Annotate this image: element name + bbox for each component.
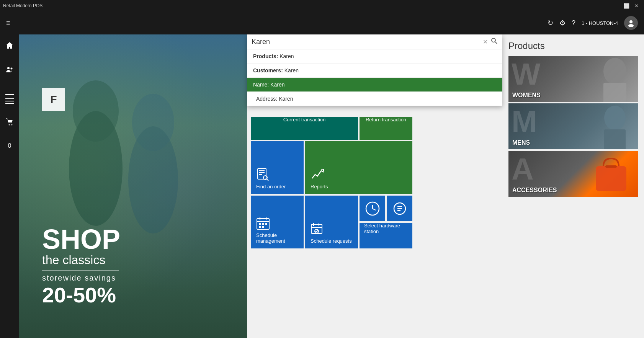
svg-rect-28 [262, 223, 264, 225]
hw-bottom-row: Select hardware station [360, 223, 412, 248]
find-order-label: Find an order [256, 184, 286, 189]
hw-tile-list[interactable] [387, 196, 412, 221]
store-label: 1 - HOUSTON-4 [582, 20, 618, 26]
svg-line-39 [373, 209, 376, 210]
help-icon[interactable]: ? [572, 19, 575, 27]
app-container: ≡ ↻ ⚙ ? 1 - HOUSTON-4 [0, 11, 644, 338]
product-card-womens[interactable]: W WOMENS [508, 56, 638, 102]
current-transaction-label: Current transaction [283, 117, 326, 122]
settings-icon[interactable]: ⚙ [559, 19, 566, 27]
select-hardware-station-label: Select hardware station [364, 223, 408, 234]
transaction-row: Current transaction Return transaction [251, 117, 502, 140]
svg-rect-8 [5, 103, 14, 104]
main-tiles-row: Find an order Reports [251, 141, 502, 194]
svg-point-2 [7, 67, 10, 69]
window-controls: − ⬜ ✕ [612, 1, 641, 10]
hw-tile-clock[interactable] [360, 196, 385, 221]
bottom-tiles-row: Schedule management Schedule requests [251, 196, 502, 248]
main-content: ✕ Products: Karen Customers: Karen Name:… [247, 34, 502, 338]
svg-point-9 [9, 124, 10, 126]
accessories-label: ACCESSORIES [512, 187, 557, 194]
content-area: 0 F SHOP th [0, 34, 644, 338]
search-suggestions: Products: Karen Customers: Karen Name: K… [247, 49, 502, 106]
svg-point-10 [11, 124, 13, 126]
svg-rect-4 [5, 94, 14, 95]
product-card-mens[interactable]: M MENS [508, 103, 638, 149]
current-transaction-tile[interactable]: Current transaction [251, 117, 358, 140]
hero-percent-text: 20-50% [42, 282, 120, 307]
sidebar-item-customers[interactable] [2, 62, 17, 79]
top-bar-right: ↻ ⚙ ? 1 - HOUSTON-4 [548, 16, 638, 30]
accessories-letter: A [512, 154, 534, 185]
womens-letter: W [512, 59, 541, 90]
svg-point-44 [603, 58, 626, 85]
select-hardware-station-tile[interactable]: Select hardware station [360, 223, 412, 248]
sidebar-item-zero: 0 [5, 139, 15, 153]
svg-rect-31 [262, 226, 264, 228]
reports-label: Reports [311, 184, 328, 189]
hardware-station-group: Select hardware station [360, 196, 412, 248]
svg-rect-6 [5, 98, 14, 99]
suggestion-name-karen[interactable]: Name: Karen [247, 78, 502, 92]
find-order-tile[interactable]: Find an order [251, 141, 304, 194]
top-bar: ≡ ↻ ⚙ ? 1 - HOUSTON-4 [0, 11, 644, 34]
svg-line-16 [495, 42, 497, 44]
products-panel: Products W WOMENS M MENS [502, 34, 644, 338]
hw-top-row [360, 196, 412, 221]
suggestion-address-karen[interactable]: Address: Karen [247, 92, 502, 106]
schedule-management-label: Schedule management [256, 232, 298, 244]
svg-rect-47 [604, 129, 626, 149]
search-input[interactable] [252, 38, 483, 46]
hero-classics-text: the classics [42, 253, 120, 267]
return-transaction-tile[interactable]: Return transaction [360, 117, 412, 140]
hero-shop-text: SHOP [42, 225, 120, 253]
svg-point-46 [604, 106, 626, 130]
svg-point-0 [629, 20, 633, 23]
svg-rect-49 [605, 165, 617, 168]
search-icon[interactable] [491, 38, 498, 46]
top-bar-left: ≡ [6, 19, 10, 27]
maximize-button[interactable]: ⬜ [622, 1, 631, 10]
mens-label: MENS [512, 139, 530, 146]
title-bar-left: Retail Modern POS [3, 3, 42, 8]
schedule-management-tile[interactable]: Schedule management [251, 196, 304, 248]
suggestion-customers[interactable]: Customers: Karen [247, 64, 502, 78]
sidebar-item-cart[interactable] [2, 114, 17, 131]
reports-tile[interactable]: Reports [305, 141, 412, 194]
schedule-requests-tile[interactable]: Schedule requests [305, 196, 358, 248]
svg-rect-27 [259, 223, 261, 225]
search-overlay: ✕ Products: Karen Customers: Karen Name:… [247, 34, 502, 106]
svg-point-15 [492, 38, 495, 42]
svg-point-1 [628, 24, 634, 27]
product-card-accessories[interactable]: A ACCESSORIES [508, 151, 638, 197]
svg-point-3 [11, 68, 13, 70]
clear-icon[interactable]: ✕ [483, 38, 488, 46]
svg-rect-45 [603, 83, 626, 102]
hero-text: SHOP the classics storewide savings 20-5… [42, 225, 120, 307]
minimize-button[interactable]: − [612, 1, 621, 10]
app-title: Retail Modern POS [3, 3, 42, 8]
svg-point-14 [128, 126, 178, 233]
svg-rect-17 [258, 168, 266, 179]
hero-section: F SHOP the classics storewide savings 20… [19, 34, 247, 338]
hamburger-icon[interactable]: ≡ [6, 19, 10, 27]
close-button[interactable]: ✕ [632, 1, 641, 10]
svg-rect-48 [596, 166, 626, 191]
hero-savings-text: storewide savings [42, 274, 120, 282]
store-info: 1 - HOUSTON-4 [582, 20, 618, 26]
avatar[interactable] [624, 16, 638, 30]
refresh-icon[interactable]: ↻ [548, 19, 553, 27]
title-bar: Retail Modern POS − ⬜ ✕ [0, 0, 644, 11]
svg-rect-29 [265, 223, 267, 225]
hero-logo: F [42, 88, 65, 111]
svg-rect-30 [259, 226, 261, 228]
search-bar: ✕ [247, 34, 502, 49]
schedule-requests-label: Schedule requests [311, 238, 352, 244]
svg-rect-7 [5, 101, 14, 101]
sidebar: 0 [0, 34, 19, 338]
sidebar-item-home[interactable] [2, 38, 17, 55]
sidebar-item-menu[interactable] [2, 87, 17, 107]
hero-divider [42, 270, 119, 271]
products-title: Products [508, 41, 638, 51]
suggestion-products[interactable]: Products: Karen [247, 49, 502, 64]
